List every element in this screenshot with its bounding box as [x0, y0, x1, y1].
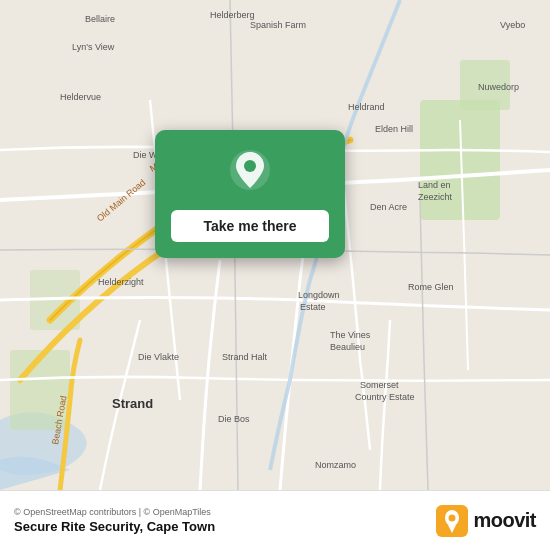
svg-text:Lyn's View: Lyn's View: [72, 42, 115, 52]
svg-text:Spanish Farm: Spanish Farm: [250, 20, 306, 30]
svg-text:Nomzamo: Nomzamo: [315, 460, 356, 470]
moovit-logo: moovit: [436, 505, 536, 537]
svg-text:Rome Glen: Rome Glen: [408, 282, 454, 292]
svg-point-40: [449, 514, 456, 521]
svg-text:Die Bos: Die Bos: [218, 414, 250, 424]
svg-text:Strand: Strand: [112, 396, 153, 411]
attribution-text: © OpenStreetMap contributors | © OpenMap…: [14, 507, 215, 517]
svg-text:Beaulieu: Beaulieu: [330, 342, 365, 352]
svg-text:Helderberg: Helderberg: [210, 10, 255, 20]
svg-text:Den Acre: Den Acre: [370, 202, 407, 212]
svg-text:Strand Halt: Strand Halt: [222, 352, 268, 362]
svg-text:Nuwedorp: Nuwedorp: [478, 82, 519, 92]
moovit-icon: [436, 505, 468, 537]
svg-text:Heldrand: Heldrand: [348, 102, 385, 112]
svg-text:Elden Hill: Elden Hill: [375, 124, 413, 134]
location-pin-icon: [228, 148, 272, 196]
svg-text:Country Estate: Country Estate: [355, 392, 415, 402]
svg-text:Land en: Land en: [418, 180, 451, 190]
popup-card: Take me there: [155, 130, 345, 258]
svg-text:Die Vlakte: Die Vlakte: [138, 352, 179, 362]
svg-text:Estate: Estate: [300, 302, 326, 312]
svg-text:Bellaire: Bellaire: [85, 14, 115, 24]
svg-rect-1: [420, 100, 500, 220]
svg-text:Vyebo: Vyebo: [500, 20, 525, 30]
footer-bar: © OpenStreetMap contributors | © OpenMap…: [0, 490, 550, 550]
location-label: Secure Rite Security, Cape Town: [14, 519, 215, 534]
map-container: Bellaire Helderberg Lyn's View Spanish F…: [0, 0, 550, 490]
svg-text:Zeezicht: Zeezicht: [418, 192, 453, 202]
take-me-there-button[interactable]: Take me there: [171, 210, 329, 242]
svg-text:Longdown: Longdown: [298, 290, 340, 300]
svg-point-37: [244, 160, 256, 172]
svg-text:Helderzight: Helderzight: [98, 277, 144, 287]
footer-info: © OpenStreetMap contributors | © OpenMap…: [14, 507, 215, 534]
svg-text:Somerset: Somerset: [360, 380, 399, 390]
svg-text:Heldervue: Heldervue: [60, 92, 101, 102]
svg-text:The Vines: The Vines: [330, 330, 371, 340]
moovit-text: moovit: [473, 509, 536, 532]
